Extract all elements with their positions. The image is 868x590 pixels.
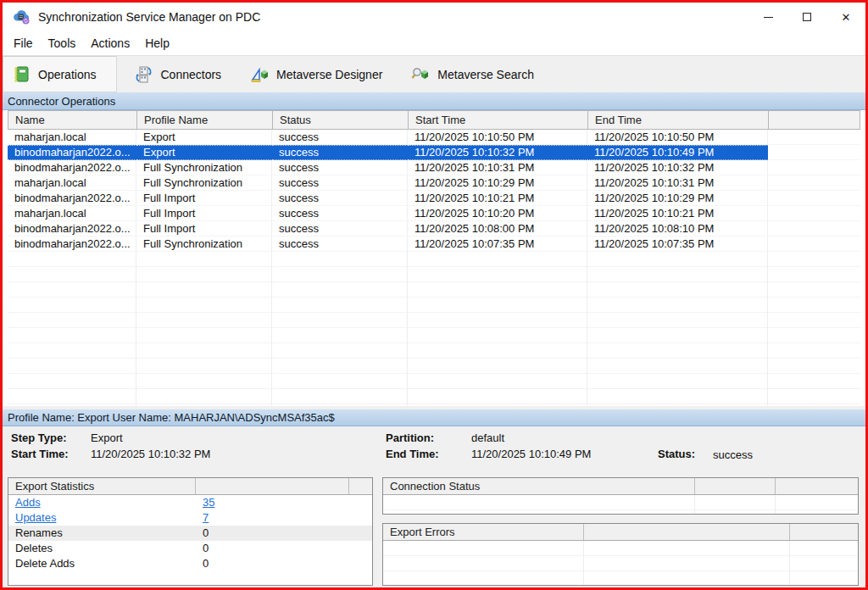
table-row[interactable]: maharjan.local Full Synchronization succ… (8, 175, 860, 191)
cell-name: binodmaharjan2022.o... (8, 145, 136, 160)
connection-status-panel: Connection Status (382, 477, 859, 515)
metaverse-search-icon (411, 65, 431, 84)
column-header-profile-name[interactable]: Profile Name (137, 111, 273, 129)
column-header-start-time[interactable]: Start Time (409, 111, 588, 129)
export-statistics-extra-column (349, 478, 372, 494)
cell-profile: Full Synchronization (136, 237, 272, 252)
title-bar: Synchronization Service Manager on PDC ✕ (3, 3, 865, 31)
table-row-selected[interactable]: binodmaharjan2022.o... Export success 11… (8, 145, 860, 160)
empty-grid-area (8, 252, 860, 406)
cell-blank (768, 191, 860, 206)
cell-start-time: 11/20/2025 10:10:20 PM (408, 206, 587, 221)
cell-end-time: 11/20/2025 10:10:32 PM (587, 160, 768, 175)
cell-blank (768, 237, 860, 252)
table-row[interactable]: maharjan.local Export success 11/20/2025… (8, 130, 860, 145)
cell-blank (768, 221, 860, 237)
export-errors-header: Export Errors (383, 524, 858, 541)
stat-row-renames: Renames 0 (8, 526, 372, 541)
cell-status: success (272, 160, 408, 175)
table-row[interactable]: maharjan.local Full Import success 11/20… (8, 206, 860, 221)
cell-name: binodmaharjan2022.o... (8, 191, 136, 206)
menu-file[interactable]: File (6, 33, 41, 53)
updates-link[interactable]: Updates (15, 511, 56, 524)
toolbar-metaverse-designer-button[interactable]: Metaverse Designer (242, 56, 394, 92)
column-header-name[interactable]: Name (8, 111, 137, 129)
adds-count-link[interactable]: 35 (203, 496, 214, 509)
stat-row-delete-adds: Delete Adds 0 (8, 556, 372, 571)
operations-table-body: maharjan.local Export success 11/20/2025… (8, 130, 860, 406)
step-type-value: Export (91, 431, 123, 444)
cell-status: success (272, 175, 408, 191)
cell-name: binodmaharjan2022.o... (8, 160, 136, 175)
partition-value: default (471, 431, 504, 444)
updates-count-link[interactable]: 7 (203, 511, 209, 524)
column-header-end-time[interactable]: End Time (588, 111, 769, 129)
cell-profile: Full Import (136, 191, 272, 206)
table-row[interactable]: binodmaharjan2022.o... Full Synchronizat… (8, 160, 860, 175)
detail-header-bar: Profile Name: Export User Name: MAHARJAN… (3, 409, 865, 426)
close-button[interactable]: ✕ (826, 3, 865, 31)
table-row[interactable]: binodmaharjan2022.o... Full Synchronizat… (8, 237, 860, 252)
stat-row-deletes: Deletes 0 (8, 541, 372, 556)
cell-blank (768, 145, 860, 160)
toolbar: Operations Connectors (3, 55, 865, 92)
cell-end-time: 11/20/2025 10:08:10 PM (587, 221, 768, 237)
end-time-label: End Time: (386, 448, 439, 460)
cell-name: maharjan.local (8, 130, 136, 145)
toolbar-operations-button[interactable]: Operations (3, 56, 117, 92)
toolbar-connectors-label: Connectors (160, 68, 221, 81)
export-statistics-title: Export Statistics (8, 478, 196, 494)
cell-end-time: 11/20/2025 10:10:29 PM (587, 191, 768, 206)
adds-link[interactable]: Adds (15, 496, 41, 509)
export-statistics-header: Export Statistics (8, 478, 372, 495)
cell-end-time: 11/20/2025 10:10:50 PM (587, 130, 768, 145)
minimize-icon (764, 17, 773, 18)
cell-profile: Full Synchronization (136, 160, 272, 175)
end-time-value: 11/20/2025 10:10:49 PM (471, 448, 591, 460)
cell-status: success (272, 221, 408, 237)
export-errors-col2 (584, 524, 790, 540)
stat-row-adds: Adds 35 (8, 495, 372, 510)
column-header-status[interactable]: Status (273, 111, 409, 129)
minimize-button[interactable] (748, 3, 787, 31)
toolbar-metaverse-designer-label: Metaverse Designer (276, 68, 382, 81)
column-header-blank[interactable] (769, 111, 860, 129)
export-errors-panel: Export Errors (382, 523, 859, 586)
cell-profile: Export (136, 145, 272, 160)
menu-actions[interactable]: Actions (83, 33, 137, 53)
deletes-count: 0 (196, 541, 349, 556)
start-time-value: 11/20/2025 10:10:32 PM (91, 448, 210, 460)
cell-end-time: 11/20/2025 10:10:31 PM (587, 175, 768, 191)
cell-blank (768, 160, 860, 175)
cell-blank (768, 175, 860, 191)
connection-status-header: Connection Status (383, 478, 858, 495)
menu-tools[interactable]: Tools (41, 33, 84, 53)
export-errors-col3 (790, 524, 858, 540)
operations-book-icon (12, 65, 32, 84)
detail-bottom-area: Export Statistics Adds 35 Updates 7 Rena… (3, 472, 865, 587)
step-type-label: Step Type: (11, 431, 67, 444)
table-row[interactable]: binodmaharjan2022.o... Full Import succe… (8, 191, 860, 206)
cell-name: maharjan.local (8, 206, 136, 221)
delete-adds-count: 0 (196, 556, 349, 571)
cell-status: success (272, 191, 408, 206)
toolbar-metaverse-search-button[interactable]: Metaverse Search (403, 56, 546, 92)
menu-help[interactable]: Help (137, 33, 177, 53)
cell-profile: Full Synchronization (136, 175, 272, 191)
status-label: Status: (658, 448, 695, 460)
cell-profile: Full Import (136, 206, 272, 221)
table-row[interactable]: binodmaharjan2022.o... Full Import succe… (8, 221, 860, 237)
toolbar-connectors-button[interactable]: Connectors (125, 56, 233, 92)
cell-start-time: 11/20/2025 10:10:29 PM (408, 175, 587, 191)
cell-end-time: 11/20/2025 10:10:21 PM (587, 206, 768, 221)
renames-count: 0 (196, 526, 349, 541)
maximize-icon (803, 13, 811, 21)
operations-table: Name Profile Name Status Start Time End … (3, 110, 865, 406)
connector-operations-section-header: Connector Operations (3, 92, 865, 110)
maximize-button[interactable] (787, 3, 826, 31)
operations-table-header: Name Profile Name Status Start Time End … (8, 110, 860, 130)
cell-start-time: 11/20/2025 10:07:35 PM (408, 237, 587, 252)
cell-name: binodmaharjan2022.o... (8, 237, 136, 252)
cell-status: success (272, 206, 408, 221)
connectors-icon (134, 65, 154, 84)
